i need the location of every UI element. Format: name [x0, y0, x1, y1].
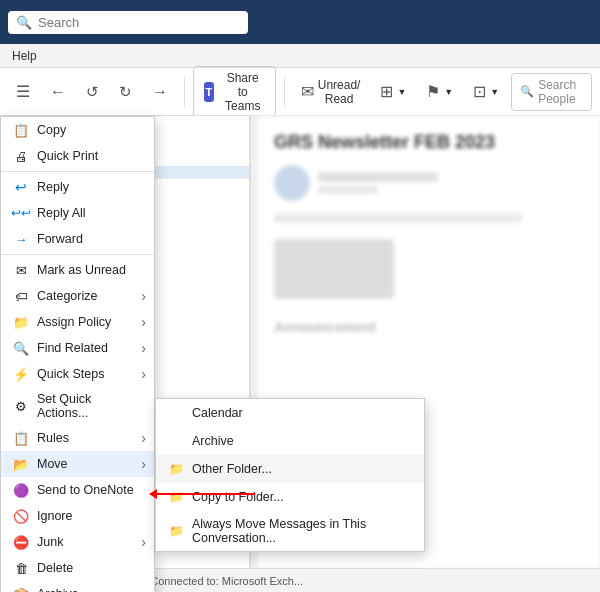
menu-item-quick-steps[interactable]: ⚡ Quick Steps [1, 361, 154, 387]
menu-item-assign-policy[interactable]: 📁 Assign Policy [1, 309, 154, 335]
toolbar: ☰ ← ↺ ↻ → T Share to Teams ✉ Unread/ Rea… [0, 68, 600, 116]
copy-to-folder-icon: 📁 [168, 489, 184, 505]
submenu-calendar[interactable]: Calendar [156, 399, 424, 427]
help-bar: Help [0, 44, 600, 68]
quick-steps-label: Quick Steps [37, 367, 104, 381]
menu-item-copy[interactable]: 📋 Copy [1, 117, 154, 143]
menu-item-move[interactable]: 📂 Move [1, 451, 154, 477]
assign-policy-label: Assign Policy [37, 315, 111, 329]
onenote-icon: 🟣 [13, 482, 29, 498]
archive-label: Archive... [37, 587, 89, 592]
menu-item-quick-print[interactable]: 🖨 Quick Print [1, 143, 154, 169]
envelope-icon: ✉ [301, 82, 314, 101]
sender-to [318, 186, 378, 194]
chevron-apps-icon: ▼ [397, 87, 406, 97]
apps-button[interactable]: ⊞ ▼ [372, 78, 414, 105]
submenu-archive[interactable]: Archive [156, 427, 424, 455]
submenu-copy-to-folder[interactable]: 📁 Copy to Folder... [156, 483, 424, 511]
menu-item-find-related[interactable]: 🔍 Find Related [1, 335, 154, 361]
quick-steps-icon: ⚡ [13, 366, 29, 382]
redo-button[interactable]: ↻ [111, 79, 140, 105]
calendar-label: Calendar [192, 406, 243, 420]
menu-item-archive[interactable]: 📦 Archive... [1, 581, 154, 592]
copy-label: Copy [37, 123, 66, 137]
reply-label: Reply [37, 180, 69, 194]
unread-read-label: Unread/ Read [318, 78, 361, 106]
find-related-icon: 🔍 [13, 340, 29, 356]
separator-1 [1, 171, 154, 172]
rules-icon: 📋 [13, 430, 29, 446]
mark-unread-label: Mark as Unread [37, 263, 126, 277]
preview-title: GRS Newsletter FEB 2023 [274, 132, 584, 153]
move-label: Move [37, 457, 68, 471]
sender-name [318, 172, 438, 182]
search-people-box[interactable]: 🔍 Search People [511, 73, 592, 111]
ignore-icon: 🚫 [13, 508, 29, 524]
share-teams-button[interactable]: T Share to Teams [193, 66, 277, 118]
menu-item-categorize[interactable]: 🏷 Categorize [1, 283, 154, 309]
menu-item-ignore[interactable]: 🚫 Ignore [1, 503, 154, 529]
submenu-always-move[interactable]: 📁 Always Move Messages in This Conversat… [156, 511, 424, 551]
print-icon: 🖨 [13, 148, 29, 164]
arrow-indicator [155, 493, 255, 495]
menu-item-junk[interactable]: ⛔ Junk [1, 529, 154, 555]
set-quick-actions-icon: ⚙ [13, 398, 29, 414]
menu-item-rules[interactable]: 📋 Rules [1, 425, 154, 451]
menu-item-mark-unread[interactable]: ✉ Mark as Unread [1, 257, 154, 283]
flag-icon: ⚑ [426, 82, 440, 101]
send-onenote-label: Send to OneNote [37, 483, 134, 497]
ignore-label: Ignore [37, 509, 72, 523]
archive-submenu-icon [168, 433, 184, 449]
find-related-label: Find Related [37, 341, 108, 355]
other-folder-icon: 📁 [168, 461, 184, 477]
search-box[interactable]: 🔍 [8, 11, 248, 34]
back-button[interactable]: ← [42, 79, 74, 105]
menu-item-forward[interactable]: → Forward [1, 226, 154, 252]
menu-item-set-quick-actions[interactable]: ⚙ Set Quick Actions... [1, 387, 154, 425]
mark-unread-icon: ✉ [13, 262, 29, 278]
search-people-icon: 🔍 [520, 85, 534, 98]
flag-button[interactable]: ⚑ ▼ [418, 78, 461, 105]
move-icon: 📂 [13, 456, 29, 472]
more-options-button[interactable]: ☰ [8, 78, 38, 105]
always-move-icon: 📁 [168, 523, 184, 539]
chevron-view-icon: ▼ [490, 87, 499, 97]
categorize-icon: 🏷 [13, 288, 29, 304]
teams-icon: T [204, 82, 215, 102]
top-bar: 🔍 [0, 0, 600, 44]
junk-icon: ⛔ [13, 534, 29, 550]
categorize-label: Categorize [37, 289, 97, 303]
always-move-label: Always Move Messages in This Conversatio… [192, 517, 412, 545]
view-options-button[interactable]: ⊡ ▼ [465, 78, 507, 105]
search-icon: 🔍 [16, 15, 32, 30]
apps-icon: ⊞ [380, 82, 393, 101]
archive-icon: 📦 [13, 586, 29, 592]
preview-sender [274, 165, 584, 201]
archive-submenu-label: Archive [192, 434, 234, 448]
redo-icon: ↻ [119, 83, 132, 101]
announcement-label: Announcement [274, 319, 376, 335]
forward-button[interactable]: → [144, 79, 176, 105]
delete-label: Delete [37, 561, 73, 575]
submenu-other-folder[interactable]: 📁 Other Folder... [156, 455, 424, 483]
other-folder-label: Other Folder... [192, 462, 272, 476]
forward-icon: → [13, 231, 29, 247]
set-quick-actions-label: Set Quick Actions... [37, 392, 142, 420]
menu-item-reply[interactable]: ↩ Reply [1, 174, 154, 200]
view-icon: ⊡ [473, 82, 486, 101]
undo-icon: ↺ [86, 83, 99, 101]
unread-read-button[interactable]: ✉ Unread/ Read [293, 74, 369, 110]
chevron-flag-icon: ▼ [444, 87, 453, 97]
menu-item-send-onenote[interactable]: 🟣 Send to OneNote [1, 477, 154, 503]
forward-label: Forward [37, 232, 83, 246]
toolbar-divider-1 [184, 77, 185, 107]
search-input[interactable] [38, 15, 240, 30]
menu-item-reply-all[interactable]: ↩↩ Reply All [1, 200, 154, 226]
reply-all-icon: ↩↩ [13, 205, 29, 221]
undo-button[interactable]: ↺ [78, 79, 107, 105]
forward-icon: → [152, 83, 168, 101]
menu-item-delete[interactable]: 🗑 Delete [1, 555, 154, 581]
calendar-icon [168, 405, 184, 421]
avatar [274, 165, 310, 201]
move-submenu: Calendar Archive 📁 Other Folder... 📁 Cop… [155, 398, 425, 552]
